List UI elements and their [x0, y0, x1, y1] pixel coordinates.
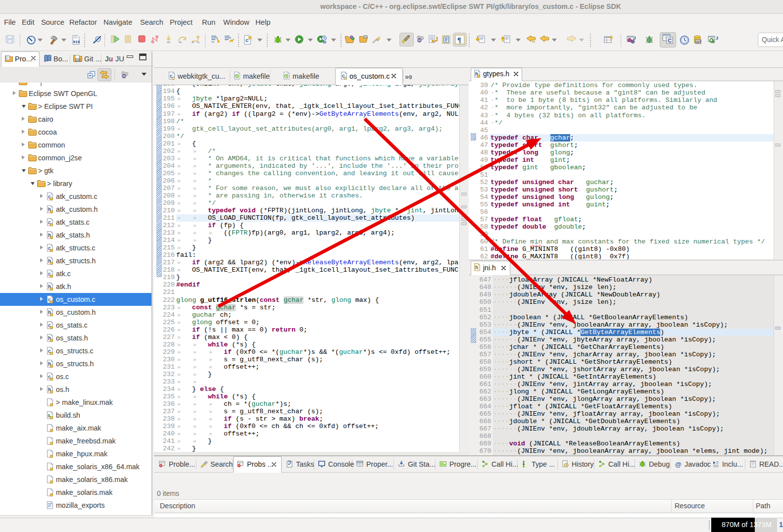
svg-text:GIT: GIT — [696, 40, 701, 44]
svg-text:J: J — [634, 36, 636, 41]
svg-text:h: h — [475, 265, 478, 270]
svg-text:010: 010 — [73, 40, 80, 44]
svg-text:c: c — [245, 37, 248, 43]
svg-text:@: @ — [675, 461, 682, 468]
svg-text:J: J — [716, 36, 718, 41]
svg-text:GIT: GIT — [76, 59, 81, 62]
svg-text:¶: ¶ — [457, 36, 461, 44]
svg-text:$: $ — [48, 413, 50, 418]
svg-text:C: C — [668, 38, 672, 44]
